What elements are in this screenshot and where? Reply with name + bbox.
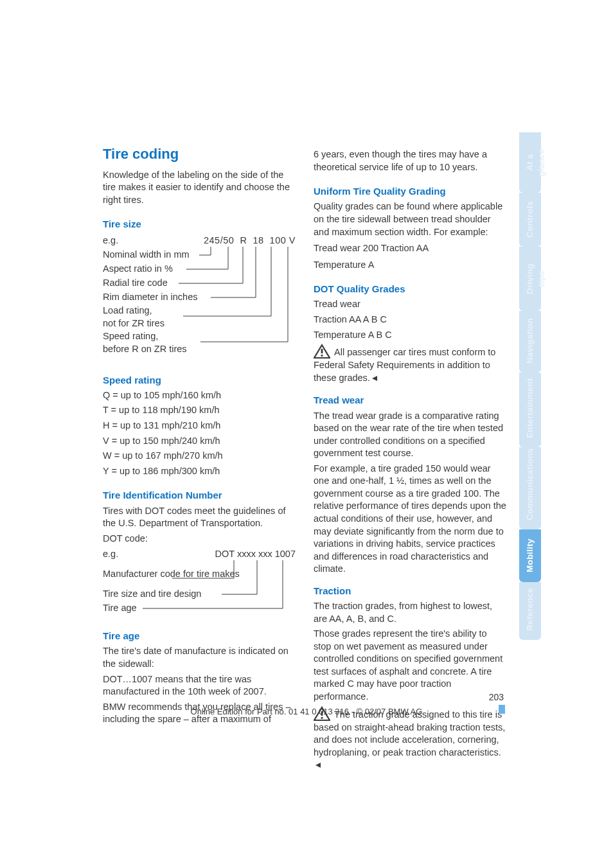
utqg-p2: Tread wear 200 Traction AA <box>314 242 506 255</box>
footer-text: Online Edition for Part no. 01 41 0 013 … <box>0 706 613 718</box>
ts-row-5: Speed rating, before R on ZR tires <box>103 330 187 355</box>
left-column: Tire coding Knowledge of the labeling on… <box>103 145 296 775</box>
utqg-p1: Quality grades can be found where applic… <box>314 200 506 238</box>
tire-size-diagram: e.g. 245/50 R 18 100 V Nominal width in … <box>103 234 296 362</box>
ts-row-0: Nominal width in mm <box>103 249 190 261</box>
dot-row-0: Manufacturer code for tire makes <box>103 568 240 581</box>
tin-p1: Tires with DOT codes meet the guidelines… <box>103 505 296 530</box>
dotq-p3: Temperature A B C <box>314 329 506 342</box>
tab-at-a-glance[interactable]: At a glance <box>519 132 541 193</box>
warning-icon <box>314 344 330 359</box>
tread-p2: For example, a tire graded 150 would wea… <box>314 463 506 576</box>
tin-p2: DOT code: <box>103 533 296 545</box>
h3-tread: Tread wear <box>314 394 506 407</box>
h2-utqg: Uniform Tire Quality Grading <box>314 185 506 198</box>
page-number: 203 <box>489 691 504 704</box>
tab-reference[interactable]: Reference <box>519 582 541 640</box>
dotq-warn-text: All passenger car tires must conform to … <box>314 347 495 383</box>
utqg-p3: Temperature A <box>314 259 506 272</box>
tire-size-value: 245/50 R 18 100 V <box>204 235 296 247</box>
dot-value: DOT xxxx xxx 1007 <box>215 548 296 561</box>
svg-rect-0 <box>321 349 323 353</box>
dotq-p2: Traction AA A B C <box>314 314 506 326</box>
ts-row-3: Rim diameter in inches <box>103 291 197 304</box>
tab-mobility[interactable]: Mobility <box>519 529 541 582</box>
intro-text: Knowledge of the labeling on the side of… <box>103 169 296 207</box>
h2-tire-age: Tire age <box>103 630 296 642</box>
dot-row-2: Tire age <box>103 602 137 615</box>
svg-rect-1 <box>321 355 323 357</box>
end-marker-icon <box>315 759 321 772</box>
tab-controls[interactable]: Controls <box>519 193 541 247</box>
sr-2: H = up to 131 mph/210 km/h <box>103 420 296 432</box>
tab-navigation[interactable]: Navigation <box>519 311 541 373</box>
h2-tin: Tire Identification Number <box>103 489 296 502</box>
ts-row-4: Load rating, not for ZR tires <box>103 305 164 330</box>
trac-p2: Those grades represent the tire's abilit… <box>314 628 506 703</box>
dot-eg: e.g. <box>103 548 118 561</box>
trac-p1: The traction grades, from highest to low… <box>314 600 506 625</box>
age-p1: The tire's date of manufacture is indica… <box>103 645 296 670</box>
section-tabs: At a glance Controls Driving tips Naviga… <box>519 132 541 640</box>
h3-traction: Traction <box>314 585 506 598</box>
h1-tire-coding: Tire coding <box>103 145 296 164</box>
sr-4: W = up to 167 mph/270 km/h <box>103 450 296 463</box>
h2-tire-size: Tire size <box>103 218 296 231</box>
h2-speed-rating: Speed rating <box>103 374 296 387</box>
dot-row-1: Tire size and tire design <box>103 588 201 601</box>
tab-entertainment[interactable]: Entertainment <box>519 373 541 447</box>
right-column: 6 years, even though the tires may have … <box>314 145 506 775</box>
sr-5: Y = up to 186 mph/300 km/h <box>103 465 296 478</box>
tab-communications[interactable]: Communications <box>519 447 541 529</box>
ts-row-1: Aspect ratio in % <box>103 263 173 276</box>
h2-dotq: DOT Quality Grades <box>314 283 506 296</box>
sr-0: Q = up to 105 mph/160 km/h <box>103 389 296 402</box>
dot-code-diagram: e.g. DOT xxxx xxx 1007 Manufacturer code… <box>103 547 296 618</box>
age-p2: DOT…1007 means that the tire was manufac… <box>103 673 296 698</box>
sr-3: V = up to 150 mph/240 km/h <box>103 435 296 448</box>
dotq-warn: All passenger car tires must conform to … <box>314 344 506 385</box>
sr-1: T = up to 118 mph/190 km/h <box>103 404 296 417</box>
ts-row-2: Radial tire code <box>103 277 168 290</box>
eg-label: e.g. <box>103 235 118 247</box>
tread-p1: The tread wear grade is a comparative ra… <box>314 410 506 460</box>
cont-text: 6 years, even though the tires may have … <box>314 148 506 173</box>
dotq-p1: Tread wear <box>314 298 506 311</box>
tab-driving-tips[interactable]: Driving tips <box>519 247 541 311</box>
end-marker-icon <box>371 373 378 385</box>
